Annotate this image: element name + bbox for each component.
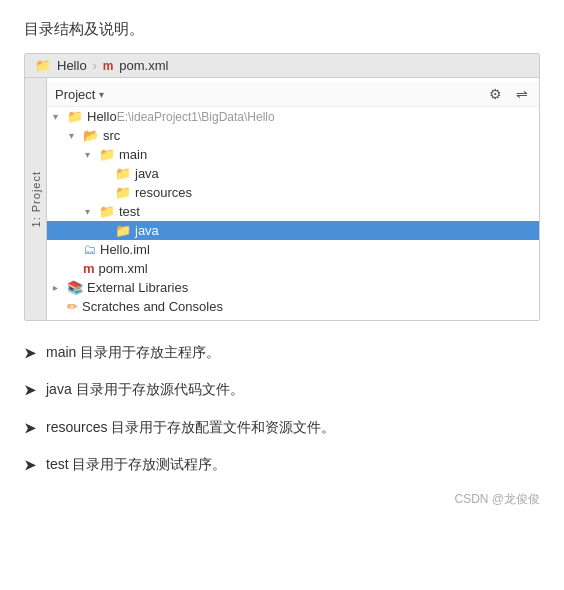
tree-item-pom-xml[interactable]: mpom.xml	[47, 259, 539, 278]
titlebar-file: pom.xml	[119, 58, 168, 73]
tree-item-resources[interactable]: 📁resources	[47, 183, 539, 202]
bullet-arrow-icon: ➤	[24, 342, 36, 364]
folder-resources-icon: 📁	[115, 185, 131, 200]
folder-src-icon: 📂	[83, 128, 99, 143]
bullet-item-java-desc: ➤java 目录用于存放源代码文件。	[24, 378, 540, 401]
bullet-text: test 目录用于存放测试程序。	[46, 453, 226, 475]
scratch-icon: ✏	[67, 299, 78, 314]
bullet-arrow-icon: ➤	[24, 417, 36, 439]
bullet-arrow-icon: ➤	[24, 454, 36, 476]
tree-node-path: E:\ideaProject1\BigData\Hello	[117, 110, 275, 124]
bullet-keyword: main	[46, 344, 80, 360]
ide-window: 📁 Hello › m pom.xml 1: Project Project ▾…	[24, 53, 540, 321]
watermark: CSDN @龙俊俊	[24, 491, 540, 508]
settings-icon[interactable]: ⚙	[486, 85, 505, 103]
tree-item-java-test[interactable]: 📁java	[47, 221, 539, 240]
bullet-item-main-desc: ➤main 目录用于存放主程序。	[24, 341, 540, 364]
tree-item-scratches[interactable]: ✏Scratches and Consoles	[47, 297, 539, 316]
project-tab-label: 1: Project	[30, 171, 42, 227]
tree-arrow-icon: ▾	[85, 149, 99, 160]
tree-arrow-icon: ▾	[69, 130, 83, 141]
bullet-item-test-desc: ➤test 目录用于存放测试程序。	[24, 453, 540, 476]
dropdown-arrow-icon[interactable]: ▾	[99, 89, 104, 100]
project-tab[interactable]: 1: Project	[25, 78, 47, 320]
bullet-item-resources-desc: ➤resources 目录用于存放配置文件和资源文件。	[24, 416, 540, 439]
tree-node-label: java	[135, 223, 159, 238]
tree-item-hello-root[interactable]: ▾📁Hello E:\ideaProject1\BigData\Hello	[47, 107, 539, 126]
tree-node-label: test	[119, 204, 140, 219]
folder-test-icon: 📁	[99, 204, 115, 219]
folder-java-src-icon: 📁	[115, 166, 131, 181]
bullet-arrow-icon: ➤	[24, 379, 36, 401]
bullet-text: main 目录用于存放主程序。	[46, 341, 220, 363]
tree-node-label: Scratches and Consoles	[82, 299, 223, 314]
toolbar-left: Project ▾	[55, 87, 104, 102]
bullet-keyword: java	[46, 381, 76, 397]
bullet-keyword: resources	[46, 419, 111, 435]
tree-node-label: pom.xml	[99, 261, 148, 276]
layout-icon[interactable]: ⇌	[513, 85, 531, 103]
tree-arrow-icon: ▾	[53, 111, 67, 122]
bullet-list: ➤main 目录用于存放主程序。➤java 目录用于存放源代码文件。➤resou…	[24, 341, 540, 477]
tree-node-label: External Libraries	[87, 280, 188, 295]
bullet-keyword: test	[46, 456, 72, 472]
ide-body: 1: Project Project ▾ ⚙ ⇌ ▾📁Hello E:\idea…	[25, 78, 539, 320]
tree-node-label: java	[135, 166, 159, 181]
bullet-text: resources 目录用于存放配置文件和资源文件。	[46, 416, 335, 438]
tree-node-label: resources	[135, 185, 192, 200]
tree-container: ▾📁Hello E:\ideaProject1\BigData\Hello▾📂s…	[47, 107, 539, 316]
folder-icon: 📁	[67, 109, 83, 124]
tree-node-label: src	[103, 128, 120, 143]
maven-icon: m	[83, 261, 95, 276]
iml-icon: 🗂	[83, 242, 96, 257]
tree-item-src[interactable]: ▾📂src	[47, 126, 539, 145]
tree-item-ext-libs[interactable]: ▸📚External Libraries	[47, 278, 539, 297]
tree-item-main[interactable]: ▾📁main	[47, 145, 539, 164]
page-title: 目录结构及说明。	[24, 20, 540, 39]
tree-toolbar: Project ▾ ⚙ ⇌	[47, 82, 539, 107]
toolbar-right: ⚙ ⇌	[486, 85, 531, 103]
titlebar-hello: Hello	[57, 58, 87, 73]
folder-java-test-icon: 📁	[115, 223, 131, 238]
tree-arrow-icon: ▾	[85, 206, 99, 217]
tree-item-test[interactable]: ▾📁test	[47, 202, 539, 221]
maven-icon: m	[103, 59, 114, 73]
tree-node-label: main	[119, 147, 147, 162]
tree-node-label: Hello	[87, 109, 117, 124]
tree-item-hello-iml[interactable]: 🗂Hello.iml	[47, 240, 539, 259]
folder-icon: 📁	[35, 58, 51, 73]
ide-titlebar: 📁 Hello › m pom.xml	[25, 54, 539, 78]
project-tree: Project ▾ ⚙ ⇌ ▾📁Hello E:\ideaProject1\Bi…	[47, 78, 539, 320]
folder-main-icon: 📁	[99, 147, 115, 162]
bullet-text: java 目录用于存放源代码文件。	[46, 378, 244, 400]
project-dropdown-label[interactable]: Project	[55, 87, 95, 102]
tree-arrow-icon: ▸	[53, 282, 67, 293]
ext-libs-icon: 📚	[67, 280, 83, 295]
tree-node-label: Hello.iml	[100, 242, 150, 257]
breadcrumb-sep: ›	[93, 59, 97, 73]
tree-item-java-main[interactable]: 📁java	[47, 164, 539, 183]
